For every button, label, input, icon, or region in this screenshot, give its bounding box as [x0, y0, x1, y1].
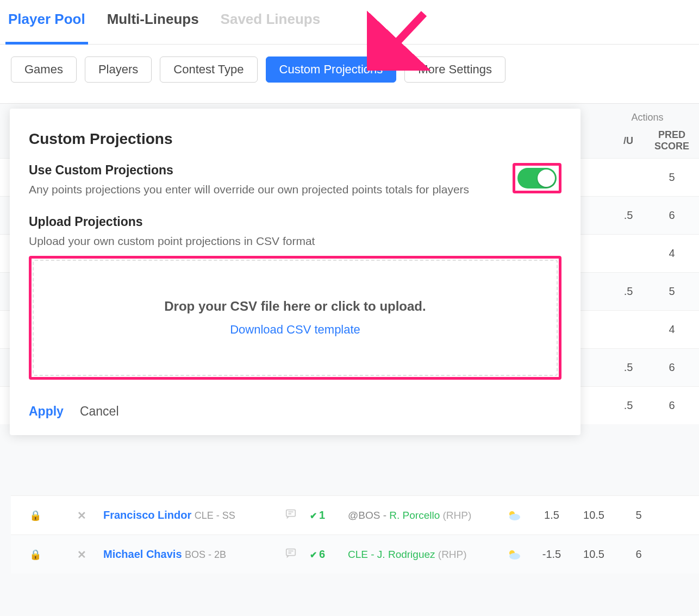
weather-icon	[497, 548, 530, 561]
check-icon	[310, 509, 319, 521]
dropzone-text: Drop your CSV file here or click to uplo…	[45, 299, 546, 314]
check-icon	[310, 548, 319, 560]
contest-type-button[interactable]: Contest Type	[160, 56, 257, 83]
games-button[interactable]: Games	[11, 56, 77, 83]
cancel-button[interactable]: Cancel	[80, 404, 119, 419]
svg-point-3	[509, 514, 520, 520]
use-custom-toggle[interactable]	[517, 168, 557, 188]
svg-rect-4	[286, 549, 296, 556]
upload-desc: Upload your own custom point projections…	[29, 232, 561, 250]
chat-icon[interactable]	[272, 547, 310, 562]
upload-section: Upload Projections Upload your own custo…	[29, 215, 561, 250]
ou-cell: 10.5	[573, 548, 614, 561]
upload-title: Upload Projections	[29, 215, 561, 229]
player-cell[interactable]: Michael Chavis BOS - 2B	[103, 548, 272, 561]
col-ou: /U	[612, 135, 645, 147]
filter-bar: Games Players Contest Type Custom Projec…	[0, 45, 699, 95]
lock-icon[interactable]: 🔒	[11, 549, 60, 561]
custom-projections-button[interactable]: Custom Projections	[266, 56, 397, 83]
svg-point-6	[509, 553, 520, 560]
custom-projections-panel: Custom Projections Use Custom Projection…	[10, 109, 581, 435]
col-actions: Actions	[612, 112, 683, 123]
ou-cell: 10.5	[573, 509, 614, 521]
table-row: 🔒 ✕ Michael Chavis BOS - 2B 6 CLE - J. R…	[11, 535, 699, 574]
matchup-cell[interactable]: @BOS - R. Porcello (RHP)	[348, 510, 497, 521]
pred-cell: 6	[614, 548, 663, 561]
toggle-highlight	[513, 163, 561, 193]
tab-multi-lineups[interactable]: Multi-Lineups	[107, 11, 199, 44]
more-settings-button[interactable]: More Settings	[404, 56, 505, 83]
use-custom-row: Use Custom Projections Any points projec…	[29, 163, 561, 198]
apply-button[interactable]: Apply	[29, 404, 64, 419]
confirm-cell: 6	[310, 548, 348, 561]
player-team: BOS - 2B	[185, 549, 226, 560]
spread-cell: -1.5	[530, 548, 573, 561]
panel-title: Custom Projections	[29, 130, 561, 148]
remove-icon[interactable]: ✕	[60, 548, 103, 561]
player-name: Francisco Lindor	[103, 509, 191, 521]
players-button[interactable]: Players	[85, 56, 152, 83]
matchup-cell[interactable]: CLE - J. Rodriguez (RHP)	[348, 549, 497, 561]
player-cell[interactable]: Francisco Lindor CLE - SS	[103, 509, 272, 521]
lock-icon[interactable]: 🔒	[11, 510, 60, 521]
tab-saved-lineups[interactable]: Saved Lineups	[221, 11, 321, 44]
csv-dropzone[interactable]: Drop your CSV file here or click to uplo…	[33, 260, 558, 376]
use-custom-title: Use Custom Projections	[29, 163, 469, 178]
spread-cell: 1.5	[530, 509, 573, 521]
main-tabs: Player Pool Multi-Lineups Saved Lineups	[0, 0, 699, 45]
tab-player-pool[interactable]: Player Pool	[8, 11, 85, 44]
col-pred-score: PRED SCORE	[645, 129, 699, 153]
dropzone-highlight: Drop your CSV file here or click to uplo…	[29, 256, 561, 380]
player-team: CLE - SS	[195, 510, 235, 521]
use-custom-desc: Any points projections you enter will ov…	[29, 181, 469, 198]
table-row: 🔒 ✕ Francisco Lindor CLE - SS 1 @BOS - R…	[11, 495, 699, 535]
player-name: Michael Chavis	[103, 548, 182, 560]
pred-cell: 5	[614, 509, 663, 521]
chat-icon[interactable]	[272, 508, 310, 523]
weather-icon	[497, 509, 530, 522]
download-template-link[interactable]: Download CSV template	[45, 323, 546, 337]
svg-rect-1	[286, 510, 296, 517]
panel-actions: Apply Cancel	[29, 404, 561, 419]
remove-icon[interactable]: ✕	[60, 509, 103, 522]
player-rows: 🔒 ✕ Francisco Lindor CLE - SS 1 @BOS - R…	[11, 495, 699, 574]
confirm-cell: 1	[310, 509, 348, 521]
